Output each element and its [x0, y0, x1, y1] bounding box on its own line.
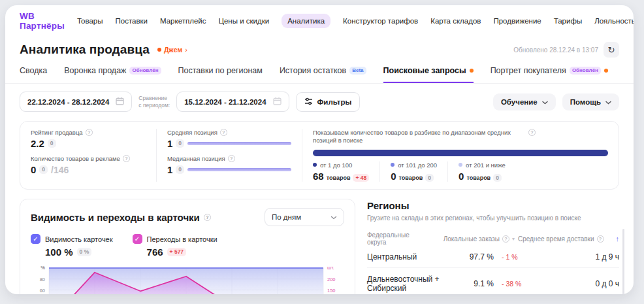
tab-label: Воронка продаж	[64, 66, 126, 75]
info-icon[interactable]: ?	[528, 129, 536, 136]
svg-text:80: 80	[40, 277, 45, 282]
nav-item-prices[interactable]: Цены и скидки	[218, 17, 269, 25]
checkbox-checked-icon: ✓	[133, 234, 142, 244]
nav-item-promotion[interactable]: Продвижение	[493, 17, 541, 25]
info-icon[interactable]: ?	[204, 214, 211, 221]
nav-item-marketplace[interactable]: Маркетплейс	[160, 17, 206, 25]
compare-period-label: Сравнение с периодом:	[138, 95, 170, 109]
region-orders: 97.7 %	[451, 252, 494, 262]
training-dropdown-button[interactable]: Обучение	[493, 93, 556, 110]
compare-date-picker[interactable]: 15.12.2024 - 21.12.2024	[176, 92, 289, 112]
region-delivery: 0 д 0 ч	[542, 279, 619, 288]
period-date-picker[interactable]: 22.12.2024 - 28.12.2024	[20, 92, 132, 112]
info-icon[interactable]: ?	[220, 129, 227, 136]
metric-value: 0	[31, 164, 36, 175]
column-delivery: Среднее время доставки	[518, 235, 594, 243]
jam-subscription-link[interactable]: Джем ›	[157, 46, 187, 54]
change-badge: 0	[176, 139, 184, 148]
granularity-select[interactable]: По дням	[265, 208, 344, 226]
svg-text:шт.: шт.	[327, 265, 334, 271]
info-icon[interactable]: ?	[123, 155, 130, 162]
tab-svodka[interactable]: Сводка	[20, 66, 47, 83]
tab-istoriya-ostatkov[interactable]: История остатковBeta	[280, 66, 366, 83]
refresh-button[interactable]: ↻	[604, 42, 619, 58]
svg-text:200: 200	[327, 277, 336, 282]
training-label: Обучение	[501, 98, 538, 106]
nav-item-postavki[interactable]: Поставки	[116, 17, 148, 25]
jam-dot-icon	[157, 48, 161, 52]
nav-item-analytics[interactable]: Аналитика	[282, 14, 330, 28]
svg-text:%: %	[40, 265, 45, 271]
tab-label: Сводка	[20, 66, 47, 75]
nav-item-tovary[interactable]: Товары	[77, 17, 103, 25]
analytics-tabs: Сводка Воронка продажОбновлён Поставки п…	[5, 66, 634, 84]
range-value: 0	[391, 171, 396, 182]
calendar-icon	[273, 97, 282, 107]
sort-arrow-icon[interactable]: ↑	[616, 235, 620, 243]
series-transitions: ✓Переходы в карточки 766+ 577	[133, 234, 217, 258]
visibility-transitions-chart: 020406080%050100150200шт.22.1223.1224.12…	[31, 262, 344, 294]
nav-item-tariffs[interactable]: Тарифы	[554, 17, 582, 25]
regions-title: Регионы	[367, 200, 619, 211]
visibility-transitions-card: Видимость и переходы в карточки? По дням…	[20, 199, 355, 294]
visibility-checkbox[interactable]: ✓Видимость карточек	[31, 234, 113, 244]
period-value: 22.12.2024 - 28.12.2024	[27, 98, 109, 106]
legend-dot-icon	[313, 163, 317, 167]
checkbox-checked-icon: ✓	[31, 234, 40, 244]
range-unit: товаров	[327, 175, 351, 181]
region-orders: 9.1 %	[451, 279, 494, 288]
tab-label: Поставки по регионам	[178, 66, 263, 75]
tab-poiskovye-zaprosy[interactable]: Поисковые запросы	[383, 66, 474, 83]
region-row: Центральный 97.7 % - 1 % 1 д 9 ч	[367, 246, 619, 268]
tab-portret-pokupatelya[interactable]: Портрет покупателяОбновлён	[491, 66, 608, 83]
metric-seller-rating: Рейтинг продавца? 2.20	[31, 129, 146, 149]
positions-distribution-bar	[313, 150, 608, 156]
nav-item-loyalty[interactable]: Лояльность	[594, 17, 634, 25]
metric-label: Количество товаров в рекламе	[31, 155, 120, 162]
range-unit: товаров	[466, 175, 491, 181]
region-change: - 38 %	[494, 280, 542, 288]
position-bar	[187, 168, 291, 171]
brand-logo[interactable]: WB Партнёры	[20, 11, 65, 31]
regions-subtitle: Грузите на склады в этих регионах, чтобы…	[367, 214, 619, 222]
series-visibility: ✓Видимость карточек 100 %0 %	[31, 234, 113, 258]
info-icon[interactable]: ?	[502, 235, 509, 243]
help-dropdown-button[interactable]: Помощь	[562, 93, 619, 110]
column-name: Федеральные округа	[367, 231, 417, 246]
tab-postavki-po-regionam[interactable]: Поставки по регионам	[178, 66, 263, 83]
info-icon[interactable]: ?	[86, 129, 93, 136]
nav-item-tariff-constructor[interactable]: Конструктор тарифов	[343, 17, 418, 25]
refresh-icon: ↻	[608, 45, 615, 55]
nav-item-warehouse-map[interactable]: Карта складов	[430, 17, 481, 25]
sliders-filter-icon	[304, 97, 313, 107]
region-name: Центральный	[367, 252, 451, 262]
ranges-description: Показываем количество товаров в разбивке…	[313, 129, 522, 145]
filter-toolbar: 22.12.2024 - 28.12.2024 Сравнение с пери…	[5, 84, 634, 120]
beta-badge: Beta	[349, 67, 366, 75]
metric-label: Средняя позиция	[167, 129, 217, 136]
notification-dot-icon	[470, 69, 474, 73]
filters-button[interactable]: Фильтры	[296, 92, 361, 112]
region-name: Дальневосточный + Сибирский	[367, 275, 451, 293]
chevron-down-icon	[330, 213, 337, 221]
metric-avg-position: Средняя позиция? 10	[167, 129, 291, 149]
info-icon[interactable]: ?	[228, 155, 235, 162]
tab-voronka-prodazh[interactable]: Воронка продажОбновлён	[64, 66, 161, 83]
regions-table-header: Федеральные округа Локальные заказы?▾ Ср…	[367, 231, 619, 246]
transitions-checkbox[interactable]: ✓Переходы в карточки	[133, 234, 217, 244]
search-metrics-panel: Рейтинг продавца? 2.20 Количество товаро…	[20, 121, 619, 190]
metric-value: 1	[167, 164, 172, 175]
range-value: 0	[459, 171, 464, 182]
calendar-icon	[116, 97, 124, 107]
tab-label: История остатков	[280, 66, 346, 75]
metric-value: 2.2	[31, 138, 44, 149]
notification-dot-icon	[604, 69, 608, 73]
range-201-below: от 201 и ниже 0товаров0	[447, 161, 516, 182]
chevron-down-icon	[605, 98, 611, 106]
range-1-100: от 1 до 100 68товаров+ 48	[313, 161, 379, 182]
regions-scrollbar[interactable]	[622, 229, 624, 294]
info-icon[interactable]: ?	[597, 235, 604, 243]
change-badge: + 577	[167, 248, 187, 256]
change-badge: + 48	[353, 174, 369, 182]
updated-badge: Обновлён	[570, 67, 601, 75]
